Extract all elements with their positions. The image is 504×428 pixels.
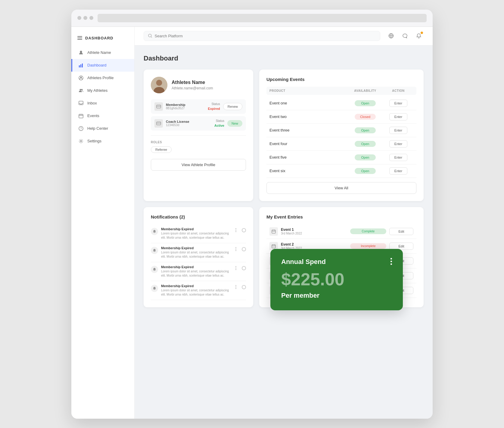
sidebar: DASHBOARD Athlete Name (71, 27, 135, 419)
entry-info: Event 1 3rd March 2022 (269, 227, 347, 236)
sidebar-item-help-center[interactable]: ? Help Center (71, 122, 134, 135)
event-action: Enter (383, 127, 413, 134)
notification-icon[interactable] (414, 31, 424, 41)
status-badge: Open (355, 127, 376, 133)
events-table: PRODUCT AVAILABILITY ACTION Event one Op… (266, 87, 416, 178)
svg-point-16 (148, 34, 151, 37)
more-icon[interactable] (233, 227, 239, 233)
enter-button[interactable]: Enter (389, 113, 407, 120)
sidebar-item-dashboard[interactable]: Dashboard (71, 59, 134, 72)
event-status: Open (347, 154, 383, 160)
page-title: Dashboard (144, 54, 424, 62)
browser-dots (77, 16, 93, 20)
membership-info: Membership 8B1ghdu3527 (166, 103, 205, 110)
svg-point-15 (80, 140, 82, 142)
entry-name: Event 1 (281, 228, 302, 232)
membership-id: 8B1ghdu3527 (166, 107, 205, 110)
sidebar-item-inbox[interactable]: Inbox (71, 97, 134, 110)
list-item: Membership Expired Lorem ipsum dolor sit… (151, 262, 246, 281)
search-bar[interactable] (144, 31, 380, 41)
sidebar-item-my-athletes-label: My Athletes (87, 88, 107, 93)
notif-text: Lorem ipsum dolor sit amet, consectetur … (161, 231, 230, 240)
globe-icon[interactable] (386, 31, 396, 41)
enter-button[interactable]: Enter (389, 154, 407, 161)
entry-name: Event 2 (281, 242, 302, 247)
edit-button[interactable]: Edit (389, 228, 413, 235)
sidebar-item-my-athletes[interactable]: My Athletes (71, 84, 134, 97)
roles-label: ROLES (151, 141, 246, 144)
athlete-header: Athletes Name Athlete.name@email.com (151, 77, 246, 93)
enter-button[interactable]: Enter (389, 167, 407, 175)
sidebar-item-athletes-profile-label: Athletes Profile (87, 76, 114, 80)
notif-content: Membership Expired Lorem ipsum dolor sit… (161, 265, 230, 278)
notif-radio[interactable] (242, 285, 246, 289)
main-content: Dashboard (135, 45, 433, 419)
chart-icon (78, 63, 84, 68)
svg-point-6 (80, 89, 81, 90)
notif-radio[interactable] (242, 228, 246, 232)
coach-license-title: Coach License (166, 120, 211, 123)
notifications-card: Notifications (2) Membership Expired Lor… (144, 207, 253, 307)
logo-text: DASHBOARD (85, 36, 114, 40)
sidebar-item-help-center-label: Help Center (87, 126, 108, 131)
browser-chrome (71, 10, 433, 27)
new-button[interactable]: New (227, 120, 242, 127)
table-row: Event three Open Enter (266, 124, 416, 137)
athlete-info: Athletes Name Athlete.name@email.com (172, 80, 213, 90)
roles-section: ROLES Referee (151, 141, 246, 153)
browser-address-bar[interactable] (98, 14, 427, 22)
sidebar-nav: Athlete Name Dashboard (71, 46, 134, 413)
svg-rect-3 (82, 64, 83, 67)
event-name: Event five (269, 155, 347, 160)
chat-icon[interactable] (400, 31, 410, 41)
sidebar-item-athlete-name[interactable]: Athlete Name (71, 46, 134, 59)
divider (151, 135, 246, 136)
sidebar-item-events[interactable]: Events (71, 110, 134, 122)
view-athlete-profile-button[interactable]: View Athlete Profile (151, 159, 246, 171)
bell-icon (151, 247, 158, 254)
coach-license-status-label: Status (216, 119, 224, 123)
notif-title: Membership Expired (161, 227, 230, 231)
table-row: Event one Open Enter (266, 97, 416, 110)
upcoming-events-card: Upcoming Events PRODUCT AVAILABILITY ACT… (259, 70, 424, 201)
search-input[interactable] (155, 34, 376, 38)
enter-button[interactable]: Enter (389, 127, 407, 134)
notif-radio[interactable] (242, 247, 246, 251)
notif-text: Lorem ipsum dolor sit amet, consectetur … (161, 288, 230, 297)
coach-license-id: 1234653d (166, 123, 211, 127)
event-status: Open (347, 141, 383, 147)
membership-status-value: Expired (208, 107, 220, 110)
col-action: ACTION (383, 89, 413, 92)
more-icon[interactable] (233, 284, 239, 290)
browser-dot-green (89, 16, 93, 20)
view-all-button[interactable]: View All (266, 182, 416, 194)
more-icon[interactable] (233, 265, 239, 271)
enter-button[interactable]: Enter (389, 140, 407, 147)
coach-license-icon (154, 119, 163, 128)
svg-rect-9 (79, 114, 83, 118)
top-nav (135, 27, 433, 45)
event-name: Event six (269, 169, 347, 173)
enter-button[interactable]: Enter (389, 100, 407, 107)
svg-point-7 (81, 89, 83, 90)
event-action: Enter (383, 154, 413, 161)
annual-spend-amount: $225.00 (281, 271, 392, 288)
coach-license-status-value: Active (214, 124, 224, 127)
avatar (151, 77, 167, 93)
table-row: Event six Open Enter (266, 164, 416, 178)
entry-status: Complete (350, 228, 386, 234)
notif-radio[interactable] (242, 266, 246, 270)
upcoming-events-title: Upcoming Events (266, 77, 416, 82)
status-badge: Open (355, 154, 376, 160)
table-row: Event five Open Enter (266, 151, 416, 164)
sidebar-item-settings[interactable]: Settings (71, 135, 134, 147)
more-icon[interactable] (233, 246, 239, 252)
hamburger-icon[interactable] (77, 36, 82, 40)
person-icon (78, 50, 84, 55)
notif-content: Membership Expired Lorem ipsum dolor sit… (161, 284, 230, 297)
event-status: Closed (347, 114, 383, 120)
renew-button[interactable]: Renew (223, 103, 242, 110)
sidebar-item-athletes-profile[interactable]: Athletes Profile (71, 72, 134, 84)
table-row: Event 1 3rd March 2022 Complete Edit (266, 224, 416, 239)
three-dots-icon[interactable] (390, 258, 392, 265)
